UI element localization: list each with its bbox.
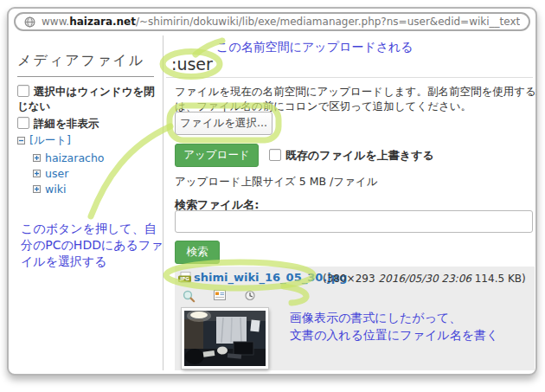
- room-photo: [184, 311, 266, 366]
- expand-icon[interactable]: [33, 154, 41, 162]
- upload-description: ファイルを現在の名前空間にアップロードします。副名前空間を使用する場合に は、フ…: [175, 84, 536, 113]
- overwrite-option[interactable]: 既存のファイルを上書きする: [269, 148, 434, 164]
- tree-item-wiki[interactable]: wiki: [33, 183, 66, 196]
- tree-item-user[interactable]: user: [33, 167, 68, 180]
- tree-item-root[interactable]: [ルート]: [17, 133, 71, 148]
- file-select-button[interactable]: ファイルを選択...: [175, 112, 272, 135]
- expand-icon[interactable]: [33, 185, 41, 193]
- namespace-title: :user: [171, 55, 213, 74]
- url-text[interactable]: www.haizara.net/~shimirin/dokuwiki/lib/e…: [42, 16, 520, 28]
- pane-divider: [163, 35, 164, 370]
- globe-icon: [24, 16, 35, 28]
- upload-button[interactable]: アップロード: [175, 144, 259, 167]
- checkbox-hide-details[interactable]: [17, 117, 29, 129]
- svg-text:JPG: JPG: [179, 276, 189, 282]
- sidebar-title: メディアファイル: [17, 52, 154, 77]
- option-label: 詳細を非表示: [34, 117, 99, 130]
- tree-item-link[interactable]: haizaracho: [45, 151, 105, 164]
- mediafile-edit-icon[interactable]: [214, 290, 226, 300]
- tree-root-link[interactable]: [ルート]: [29, 133, 71, 148]
- search-input[interactable]: [175, 210, 533, 233]
- magnifier-icon[interactable]: [183, 290, 196, 303]
- option-label: 選択中はウィンドウを閉じない: [17, 85, 155, 112]
- jpg-file-icon: JPG: [178, 272, 192, 283]
- option-keep-window-open[interactable]: 選択中はウィンドウを閉じない: [17, 84, 158, 113]
- file-thumbnail[interactable]: [182, 308, 268, 369]
- file-action-icons: [183, 290, 256, 303]
- annotation-namespace: この名前空間にアップロードされる: [216, 40, 414, 55]
- collapse-icon[interactable]: [17, 137, 25, 145]
- checkbox-overwrite[interactable]: [269, 149, 281, 161]
- upload-limit-text: アップロード上限サイズ 5 MB /ファイル: [175, 175, 377, 190]
- heading-rule: [166, 77, 533, 78]
- tree-item-link[interactable]: wiki: [45, 183, 66, 196]
- tree-item-haizaracho[interactable]: haizaracho: [33, 151, 105, 164]
- file-detail-panel: JPG shimi_wiki_16_05_30.jpg (380×293 201…: [175, 267, 535, 370]
- url-domain: haizara.net: [69, 16, 136, 28]
- history-icon[interactable]: [244, 290, 256, 301]
- file-metadata: (380×293 2016/05/30 23:06 114.5 KB): [323, 273, 526, 285]
- overwrite-label: 既存のファイルを上書きする: [285, 149, 434, 162]
- expand-icon[interactable]: [33, 170, 41, 177]
- file-datetime: 2016/05/30 23:06: [378, 273, 471, 285]
- option-hide-details[interactable]: 詳細を非表示: [17, 116, 158, 131]
- annotation-image-syntax: 画像表示の書式にしたがって、 文書の入れる位置にファイル名を書く: [290, 309, 498, 344]
- browser-window: www.haizara.net/~shimirin/dokuwiki/lib/e…: [7, 7, 537, 376]
- marker-tail-file-select: [91, 126, 170, 216]
- tree-item-link[interactable]: user: [45, 167, 68, 180]
- annotation-select-button: このボタンを押して、自分のPCのHDDにあるファイルを選択する: [21, 221, 168, 270]
- search-button[interactable]: 検索: [175, 241, 220, 264]
- url-bar[interactable]: www.haizara.net/~shimirin/dokuwiki/lib/e…: [14, 12, 530, 31]
- checkbox-keep-window-open[interactable]: [17, 85, 29, 97]
